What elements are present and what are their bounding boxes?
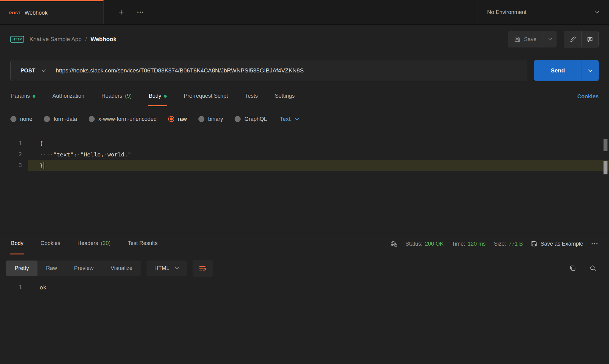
- request-tab-params[interactable]: Params: [10, 87, 36, 106]
- open-request-tab[interactable]: POST Webhook: [0, 0, 104, 24]
- editor-overview-ruler[interactable]: [604, 138, 607, 233]
- view-mode-label: Preview: [74, 265, 94, 271]
- http-protocol-icon: HTTP: [10, 36, 24, 43]
- code-text: {: [40, 140, 43, 147]
- radio-icon: [89, 116, 95, 122]
- request-tab-settings[interactable]: Settings: [274, 87, 295, 106]
- breadcrumb: Knative Sample App / Webhook: [30, 36, 117, 43]
- request-tab-headers[interactable]: Headers(9): [101, 87, 132, 106]
- breadcrumb-request-name[interactable]: Webhook: [90, 36, 116, 43]
- request-header: HTTP Knative Sample App / Webhook Save: [0, 25, 609, 54]
- request-body-editor[interactable]: 1{2····"text":·"Hello,·world."3}: [0, 138, 609, 233]
- tab-method-label: POST: [9, 11, 20, 15]
- chevron-down-icon: [594, 11, 599, 14]
- response-status[interactable]: Status: 200 OK: [405, 241, 444, 247]
- body-type-label: GraphQL: [244, 116, 267, 122]
- editor-line-1[interactable]: 1{: [0, 138, 609, 149]
- more-icon: •••: [591, 241, 599, 246]
- response-tab-headers[interactable]: Headers(20): [77, 233, 111, 254]
- request-tools-group: [564, 31, 599, 47]
- code-text: ····"text":·"Hello,·world.": [40, 151, 131, 158]
- edit-request-button[interactable]: [564, 31, 581, 47]
- request-tabs: ParamsAuthorizationHeaders(9)BodyPre-req…: [0, 87, 609, 106]
- scrollbar-thumb[interactable]: [604, 161, 607, 174]
- network-info-icon[interactable]: [390, 241, 397, 247]
- pencil-icon: [570, 37, 576, 42]
- request-tab-body[interactable]: Body: [148, 87, 167, 106]
- response-options-button[interactable]: •••: [591, 241, 599, 246]
- breadcrumb-collection[interactable]: Knative Sample App: [30, 36, 82, 43]
- body-type-x-www-form-urlencoded[interactable]: x-www-form-urlencoded: [89, 116, 157, 122]
- body-type-graphql[interactable]: GraphQL: [235, 116, 267, 122]
- editor-line-2[interactable]: 2····"text":·"Hello,·world.": [0, 149, 609, 160]
- send-options-button[interactable]: [582, 60, 599, 81]
- text-cursor: [44, 162, 44, 169]
- response-time[interactable]: Time: 120 ms: [452, 241, 486, 247]
- search-response-button[interactable]: [590, 265, 596, 271]
- response-panel: BodyCookiesHeaders(20)Test Results Statu…: [0, 233, 609, 293]
- time-value: 120 ms: [468, 241, 486, 247]
- response-header: BodyCookiesHeaders(20)Test Results Statu…: [0, 233, 609, 254]
- body-type-binary[interactable]: binary: [198, 116, 223, 122]
- body-type-none[interactable]: none: [10, 116, 32, 122]
- url-input[interactable]: [56, 67, 527, 74]
- radio-icon: [44, 116, 50, 122]
- tab-label: Pre-request Script: [184, 93, 228, 99]
- response-body-viewer[interactable]: 1ok: [0, 282, 609, 293]
- plus-icon: [118, 9, 124, 15]
- request-tab-tests[interactable]: Tests: [244, 87, 258, 106]
- chevron-down-icon: [588, 69, 593, 72]
- view-mode-label: Raw: [46, 265, 57, 271]
- tab-count: (9): [125, 93, 132, 99]
- save-options-button[interactable]: [543, 31, 557, 47]
- response-size[interactable]: Size: 771 B: [494, 241, 523, 247]
- body-type-label: none: [20, 116, 32, 122]
- request-tab-authorization[interactable]: Authorization: [52, 87, 85, 106]
- status-label: Status:: [405, 241, 423, 247]
- save-as-example-button[interactable]: Save as Example: [531, 241, 583, 247]
- method-label: POST: [20, 68, 35, 74]
- save-as-example-label: Save as Example: [540, 241, 583, 247]
- breadcrumb-separator: /: [85, 36, 87, 43]
- response-tab-cookies[interactable]: Cookies: [40, 233, 61, 254]
- view-mode-visualize[interactable]: Visualize: [102, 261, 141, 276]
- response-line-1[interactable]: 1ok: [0, 282, 609, 293]
- tab-options-button[interactable]: •••: [131, 0, 150, 24]
- comments-button[interactable]: [581, 31, 598, 47]
- body-type-raw[interactable]: raw: [168, 116, 187, 122]
- cookies-link[interactable]: Cookies: [577, 93, 599, 100]
- status-value: 200 OK: [425, 241, 444, 247]
- copy-icon: [570, 265, 576, 271]
- response-format-dropdown[interactable]: HTML: [147, 261, 187, 276]
- radio-icon: [10, 116, 16, 122]
- green-dot-icon: [164, 95, 167, 98]
- editor-line-3[interactable]: 3}: [0, 160, 609, 171]
- more-icon: •••: [137, 10, 144, 15]
- save-button-group: Save: [508, 31, 557, 47]
- response-body-lines: 1ok: [0, 282, 609, 293]
- request-tab-pre-request-script[interactable]: Pre-request Script: [183, 87, 228, 106]
- environment-selector[interactable]: No Environment: [477, 0, 609, 24]
- line-number: 3: [0, 160, 28, 171]
- view-mode-preview[interactable]: Preview: [66, 261, 102, 276]
- new-tab-button[interactable]: [112, 0, 131, 24]
- chevron-down-icon: [41, 69, 46, 72]
- wrap-lines-button[interactable]: [193, 260, 213, 277]
- size-value: 771 B: [508, 241, 523, 247]
- tab-label: Params: [11, 93, 30, 99]
- response-tab-test-results[interactable]: Test Results: [127, 233, 158, 254]
- copy-response-button[interactable]: [570, 265, 576, 271]
- radio-icon: [168, 116, 174, 122]
- time-label: Time:: [452, 241, 465, 247]
- response-tab-body[interactable]: Body: [10, 233, 24, 254]
- method-dropdown[interactable]: POST: [11, 68, 56, 74]
- view-mode-raw[interactable]: Raw: [37, 261, 66, 276]
- line-content: ok: [28, 282, 609, 293]
- view-mode-pretty[interactable]: Pretty: [6, 261, 37, 276]
- body-type-form-data[interactable]: form-data: [44, 116, 77, 122]
- raw-language-dropdown[interactable]: Text: [280, 116, 299, 122]
- send-button[interactable]: Send: [534, 60, 582, 81]
- tab-label: Settings: [275, 93, 295, 99]
- radio-icon: [235, 116, 241, 122]
- save-button[interactable]: Save: [508, 31, 543, 47]
